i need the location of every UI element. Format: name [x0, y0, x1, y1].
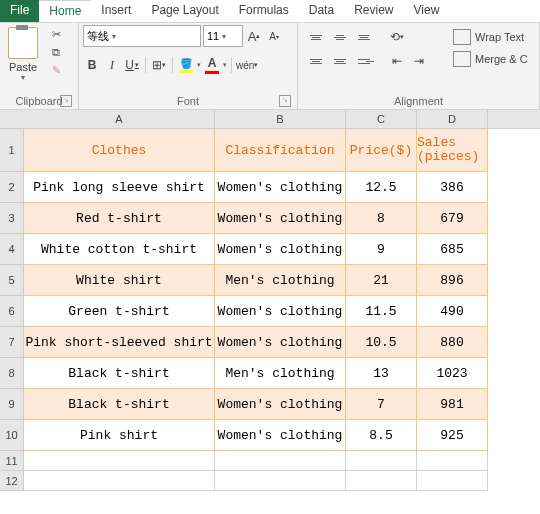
cell[interactable]: 880	[417, 327, 488, 358]
cell[interactable]: Pink short-sleeved shirt	[24, 327, 215, 358]
tab-home[interactable]: Home	[39, 0, 91, 22]
row-header-3[interactable]: 3	[0, 203, 24, 234]
row-header-9[interactable]: 9	[0, 389, 24, 420]
cell[interactable]: Women's clothing	[215, 420, 346, 451]
cell[interactable]	[346, 451, 417, 471]
col-header-C[interactable]: C	[346, 110, 417, 129]
tab-view[interactable]: View	[404, 0, 450, 22]
cell[interactable]: Men's clothing	[215, 358, 346, 389]
cell[interactable]: 679	[417, 203, 488, 234]
increase-indent-button[interactable]: ⇥	[410, 51, 428, 71]
cell[interactable]	[417, 471, 488, 491]
cell[interactable]: 8	[346, 203, 417, 234]
cell[interactable]: Sales (pieces)	[417, 129, 488, 172]
tab-insert[interactable]: Insert	[91, 0, 141, 22]
row-header-11[interactable]: 11	[0, 451, 24, 471]
increase-font-button[interactable]: A▴	[245, 26, 263, 46]
align-right-button[interactable]	[354, 51, 374, 71]
col-header-B[interactable]: B	[215, 110, 346, 129]
bold-button[interactable]: B	[83, 55, 101, 75]
tab-file[interactable]: File	[0, 0, 39, 22]
row-header-4[interactable]: 4	[0, 234, 24, 265]
cell[interactable]: 925	[417, 420, 488, 451]
fill-color-button[interactable]: 🪣	[177, 55, 195, 75]
cell[interactable]: 7	[346, 389, 417, 420]
cell[interactable]: 12.5	[346, 172, 417, 203]
cell[interactable]: 10.5	[346, 327, 417, 358]
cell[interactable]: Pink shirt	[24, 420, 215, 451]
cell[interactable]: 490	[417, 296, 488, 327]
cell[interactable]: 21	[346, 265, 417, 296]
cell[interactable]: 8.5	[346, 420, 417, 451]
decrease-indent-button[interactable]: ⇤	[388, 51, 406, 71]
row-header-8[interactable]: 8	[0, 358, 24, 389]
cell[interactable]: Women's clothing	[215, 327, 346, 358]
tab-data[interactable]: Data	[299, 0, 344, 22]
align-bottom-button[interactable]	[354, 27, 374, 47]
cell[interactable]: 981	[417, 389, 488, 420]
phonetic-button[interactable]: wén▾	[236, 55, 258, 75]
cell[interactable]: Clothes	[24, 129, 215, 172]
cell[interactable]: Women's clothing	[215, 389, 346, 420]
align-top-button[interactable]	[306, 27, 326, 47]
dialog-launcher-icon[interactable]: ↘	[60, 95, 72, 107]
cell[interactable]: Women's clothing	[215, 296, 346, 327]
cell[interactable]: 685	[417, 234, 488, 265]
wrap-text-button[interactable]: Wrap Text	[453, 29, 528, 45]
font-name-combo[interactable]: 等线▾	[83, 25, 201, 47]
align-middle-button[interactable]	[330, 27, 350, 47]
underline-button[interactable]: U▾	[123, 55, 141, 75]
cell[interactable]: Black t-shirt	[24, 358, 215, 389]
cell[interactable]	[24, 471, 215, 491]
font-size-combo[interactable]: 11▾	[203, 25, 243, 47]
row-header-2[interactable]: 2	[0, 172, 24, 203]
cell[interactable]: 1023	[417, 358, 488, 389]
paste-button[interactable]: Paste ▾	[4, 25, 42, 84]
decrease-font-button[interactable]: A▾	[265, 26, 283, 46]
tab-page-layout[interactable]: Page Layout	[141, 0, 228, 22]
cell[interactable]: Black t-shirt	[24, 389, 215, 420]
row-header-1[interactable]: 1	[0, 129, 24, 172]
font-color-button[interactable]: A	[203, 55, 221, 75]
cell[interactable]: Green t-shirt	[24, 296, 215, 327]
cell[interactable]: Price($)	[346, 129, 417, 172]
row-header-10[interactable]: 10	[0, 420, 24, 451]
align-center-button[interactable]	[330, 51, 350, 71]
cell[interactable]	[215, 451, 346, 471]
cell[interactable]	[215, 471, 346, 491]
cell[interactable]: Men's clothing	[215, 265, 346, 296]
tab-review[interactable]: Review	[344, 0, 403, 22]
cell[interactable]	[24, 451, 215, 471]
cell[interactable]: White cotton t-shirt	[24, 234, 215, 265]
format-painter-button[interactable]: ✎	[48, 63, 64, 77]
cell[interactable]: Women's clothing	[215, 203, 346, 234]
dialog-launcher-icon[interactable]: ↘	[279, 95, 291, 107]
cell[interactable]: Pink long sleeve shirt	[24, 172, 215, 203]
col-header-A[interactable]: A	[24, 110, 215, 129]
borders-button[interactable]: ⊞▾	[150, 55, 168, 75]
cell[interactable]: 11.5	[346, 296, 417, 327]
cut-button[interactable]: ✂	[48, 27, 64, 41]
cell[interactable]: Red t-shirt	[24, 203, 215, 234]
orientation-button[interactable]: ⟲▾	[388, 27, 406, 47]
col-header-blank[interactable]	[488, 110, 540, 129]
copy-button[interactable]: ⧉	[48, 45, 64, 59]
cell[interactable]: 9	[346, 234, 417, 265]
cell[interactable]: 386	[417, 172, 488, 203]
worksheet-grid[interactable]: ABCD 123456789101112 ClothesClassificati…	[0, 110, 540, 514]
select-all-corner[interactable]	[0, 110, 25, 129]
cell[interactable]: White shirt	[24, 265, 215, 296]
align-left-button[interactable]	[306, 51, 326, 71]
row-header-7[interactable]: 7	[0, 327, 24, 358]
row-header-6[interactable]: 6	[0, 296, 24, 327]
italic-button[interactable]: I	[103, 55, 121, 75]
cell[interactable]	[417, 451, 488, 471]
row-header-5[interactable]: 5	[0, 265, 24, 296]
cell[interactable]: Women's clothing	[215, 172, 346, 203]
row-header-12[interactable]: 12	[0, 471, 24, 491]
cell[interactable]	[346, 471, 417, 491]
cell[interactable]: Women's clothing	[215, 234, 346, 265]
col-header-D[interactable]: D	[417, 110, 488, 129]
cell[interactable]: Classification	[215, 129, 346, 172]
cell[interactable]: 13	[346, 358, 417, 389]
